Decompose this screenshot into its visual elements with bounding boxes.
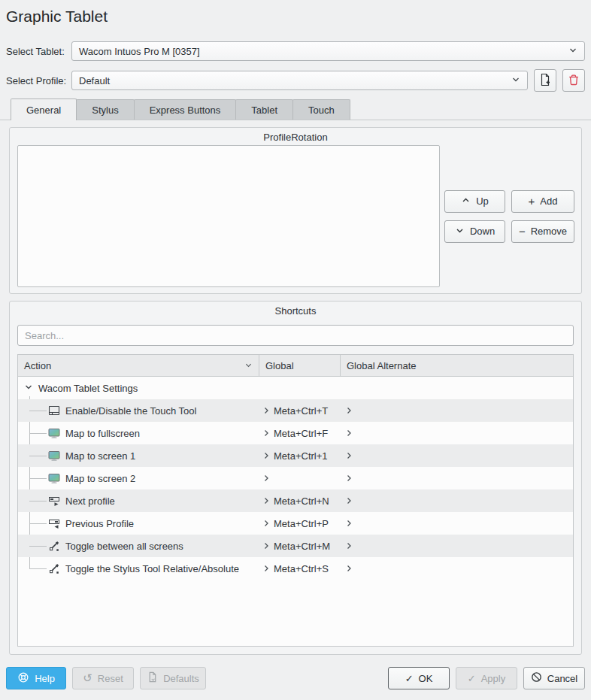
shortcut-row[interactable]: Toggle between all screens Meta+Ctrl+M	[18, 535, 573, 557]
global-alternate-cell[interactable]	[341, 541, 573, 550]
action-cell: Map to fullscreen	[18, 427, 259, 439]
expander-chevron-right-icon[interactable]	[344, 406, 353, 415]
minus-icon: −	[519, 226, 526, 237]
check-icon: ✓	[468, 674, 476, 683]
global-shortcut-value: Meta+Ctrl+S	[274, 563, 329, 574]
expander-chevron-right-icon[interactable]	[262, 451, 271, 460]
shortcut-row[interactable]: Next profile Meta+Ctrl+N	[18, 489, 573, 512]
new-profile-button[interactable]	[534, 69, 556, 92]
ok-label: OK	[419, 673, 433, 684]
expander-chevron-right-icon[interactable]	[262, 564, 271, 573]
chevron-down-icon	[511, 75, 520, 86]
shortcut-row[interactable]: Previous Profile Meta+Ctrl+P	[18, 512, 573, 535]
move-down-button[interactable]: Down	[444, 220, 505, 243]
profile-selector-row: Select Profile: Default	[6, 69, 585, 92]
expander-chevron-right-icon[interactable]	[262, 496, 271, 505]
action-label: Enable/Disable the Touch Tool	[65, 405, 196, 417]
tab-stylus[interactable]: Stylus	[76, 99, 134, 120]
undo-icon: ↺	[83, 673, 92, 684]
profile-rotation-group: ProfileRotation Up + Add Down −	[9, 127, 582, 294]
expander-chevron-right-icon[interactable]	[344, 429, 353, 438]
remove-button[interactable]: − Remove	[511, 220, 574, 243]
ok-button[interactable]: ✓ OK	[388, 667, 450, 689]
profile-rotation-list[interactable]	[17, 145, 440, 287]
global-alternate-cell[interactable]	[341, 564, 573, 573]
global-shortcut-cell[interactable]: Meta+Ctrl+T	[259, 405, 341, 417]
trash-icon	[567, 73, 580, 89]
expander-chevron-right-icon[interactable]	[344, 564, 353, 573]
shortcut-row[interactable]: Enable/Disable the Touch Tool Meta+Ctrl+…	[18, 399, 573, 422]
move-up-button[interactable]: Up	[444, 190, 505, 213]
check-icon: ✓	[405, 674, 414, 683]
expander-chevron-right-icon[interactable]	[262, 541, 271, 550]
monitor-icon	[48, 472, 60, 484]
tree-root-row[interactable]: Wacom Tablet Settings	[18, 377, 573, 399]
shortcuts-group: Shortcuts Action Global Global Alternate	[9, 301, 582, 655]
column-header-global-alternate[interactable]: Global Alternate	[341, 355, 573, 376]
global-alternate-cell[interactable]	[341, 451, 573, 460]
global-shortcut-cell[interactable]: Meta+Ctrl+P	[259, 518, 341, 529]
shortcut-row[interactable]: Map to screen 1 Meta+Ctrl+1	[18, 444, 573, 467]
help-label: Help	[35, 673, 55, 684]
column-header-action[interactable]: Action	[18, 355, 259, 376]
global-alternate-cell[interactable]	[341, 519, 573, 528]
tablet-select-label: Select Tablet:	[6, 46, 71, 57]
expander-chevron-right-icon[interactable]	[344, 496, 353, 505]
shortcuts-table-header: Action Global Global Alternate	[18, 355, 573, 377]
tablet-select-combobox[interactable]: Wacom Intuos Pro M [0357]	[71, 41, 585, 61]
reset-label: Reset	[98, 673, 123, 684]
profile-rotation-title: ProfileRotation	[10, 128, 581, 145]
expander-chevron-right-icon[interactable]	[262, 406, 271, 415]
action-cell: Toggle the Stylus Tool Relative/Absolute	[18, 562, 259, 574]
apply-label: Apply	[481, 673, 506, 684]
expander-chevron-right-icon[interactable]	[262, 429, 271, 438]
global-alternate-cell[interactable]	[341, 474, 573, 483]
global-shortcut-value: Meta+Ctrl+N	[274, 495, 329, 507]
global-alternate-cell[interactable]	[341, 496, 573, 505]
stylus-icon	[48, 540, 60, 552]
reset-button: ↺ Reset	[72, 667, 134, 689]
profile-rotation-buttons: Up + Add Down − Remove	[444, 190, 574, 243]
shortcut-row[interactable]: Map to screen 2	[18, 467, 573, 489]
shortcut-row[interactable]: Map to fullscreen Meta+Ctrl+F	[18, 422, 573, 444]
global-alternate-cell[interactable]	[341, 406, 573, 415]
tab-express-buttons[interactable]: Express Buttons	[134, 99, 237, 120]
tab-label: General	[26, 105, 61, 116]
expander-chevron-right-icon[interactable]	[344, 541, 353, 550]
chevron-down-icon	[455, 226, 465, 238]
page-title: Graphic Tablet	[6, 8, 585, 26]
cancel-button[interactable]: Cancel	[523, 667, 585, 689]
help-button[interactable]: Help	[6, 667, 66, 689]
global-shortcut-cell[interactable]: Meta+Ctrl+N	[259, 495, 341, 507]
global-shortcut-value: Meta+Ctrl+M	[274, 541, 330, 552]
global-shortcut-cell[interactable]: Meta+Ctrl+1	[259, 450, 341, 462]
action-label: Toggle the Stylus Tool Relative/Absolute	[65, 563, 239, 574]
expander-chevron-right-icon[interactable]	[262, 474, 271, 483]
global-shortcut-cell[interactable]	[259, 474, 341, 483]
tab-touch[interactable]: Touch	[292, 99, 350, 120]
profile-rotation-content: Up + Add Down − Remove	[10, 145, 581, 293]
tab-general[interactable]: General	[11, 98, 77, 120]
expander-chevron-right-icon[interactable]	[344, 519, 353, 528]
global-shortcut-cell[interactable]: Meta+Ctrl+S	[259, 563, 341, 574]
expander-chevron-right-icon[interactable]	[344, 474, 353, 483]
column-header-global[interactable]: Global	[259, 355, 341, 376]
tab-tablet[interactable]: Tablet	[235, 99, 293, 120]
shortcut-row[interactable]: Toggle the Stylus Tool Relative/Absolute…	[18, 557, 573, 580]
global-shortcut-cell[interactable]: Meta+Ctrl+F	[259, 428, 341, 439]
global-shortcut-value: Meta+Ctrl+1	[274, 450, 328, 462]
expander-chevron-right-icon[interactable]	[344, 451, 353, 460]
global-alternate-cell[interactable]	[341, 429, 573, 438]
delete-profile-button[interactable]	[562, 69, 585, 92]
expander-chevron-right-icon[interactable]	[262, 519, 271, 528]
action-label: Map to fullscreen	[65, 428, 140, 439]
search-input[interactable]	[17, 325, 574, 346]
tab-label: Express Buttons	[150, 105, 221, 116]
sort-indicator-icon	[244, 360, 253, 371]
profile-select-combobox[interactable]: Default	[71, 71, 528, 90]
global-shortcut-cell[interactable]: Meta+Ctrl+M	[259, 541, 341, 552]
column-header-global-alternate-label: Global Alternate	[347, 360, 417, 371]
add-button[interactable]: + Add	[511, 190, 574, 213]
expand-chevron-down-icon[interactable]	[24, 383, 33, 394]
help-lifebuoy-icon	[17, 671, 29, 686]
